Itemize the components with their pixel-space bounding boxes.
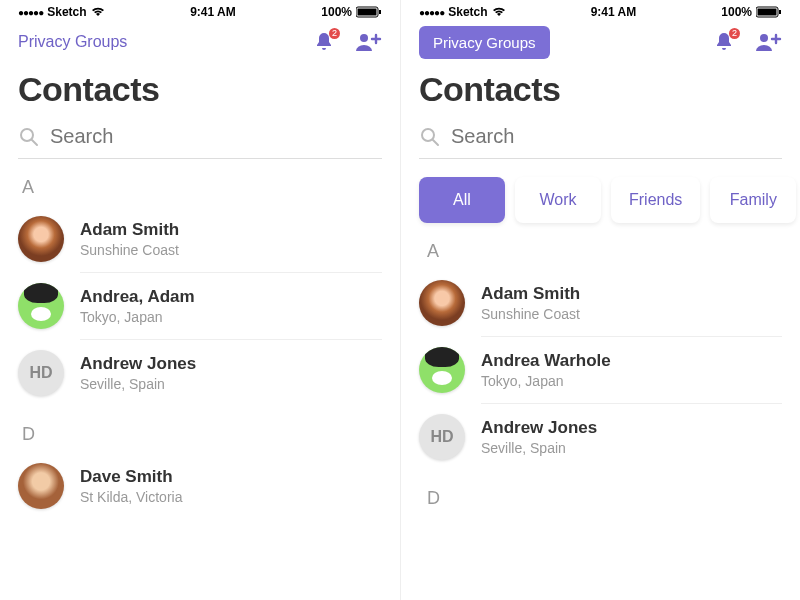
svg-point-10: [422, 129, 434, 141]
status-time: 9:41 AM: [591, 5, 637, 19]
svg-rect-8: [779, 10, 781, 14]
page-title: Contacts: [419, 70, 782, 109]
contact-location: Tokyo, Japan: [481, 373, 611, 389]
contact-location: Seville, Spain: [80, 376, 196, 392]
contact-location: Sunshine Coast: [80, 242, 179, 258]
avatar: [18, 463, 64, 509]
contact-row[interactable]: HDAndrew JonesSeville, Spain: [419, 404, 782, 470]
contact-name: Andrew Jones: [80, 354, 196, 374]
status-time: 9:41 AM: [190, 5, 236, 19]
svg-line-11: [433, 140, 438, 145]
avatar: [419, 280, 465, 326]
contact-location: Sunshine Coast: [481, 306, 580, 322]
contact-row[interactable]: Adam SmithSunshine Coast: [419, 270, 782, 336]
tab-all[interactable]: All: [419, 177, 505, 223]
contact-row[interactable]: Andrea, AdamTokyo, Japan: [18, 273, 382, 339]
search-bar[interactable]: [18, 119, 382, 159]
contact-name: Andrea Warhole: [481, 351, 611, 371]
svg-rect-1: [358, 9, 377, 16]
avatar: [419, 347, 465, 393]
contact-name: Adam Smith: [481, 284, 580, 304]
contact-location: Tokyo, Japan: [80, 309, 195, 325]
signal-dots-icon: ●●●●●: [18, 7, 43, 18]
contact-location: St Kilda, Victoria: [80, 489, 182, 505]
signal-dots-icon: ●●●●●: [419, 7, 444, 18]
contact-row[interactable]: Dave SmithSt Kilda, Victoria: [18, 453, 382, 519]
contact-name: Andrea, Adam: [80, 287, 195, 307]
privacy-groups-button[interactable]: Privacy Groups: [419, 26, 550, 59]
svg-line-5: [32, 140, 37, 145]
tab-work[interactable]: Work: [515, 177, 601, 223]
section-header: D: [22, 424, 382, 445]
contact-list: AAdam SmithSunshine CoastAndrea, AdamTok…: [18, 177, 382, 519]
contact-location: Seville, Spain: [481, 440, 597, 456]
battery-percent: 100%: [721, 5, 752, 19]
contact-list: AAdam SmithSunshine CoastAndrea WarholeT…: [401, 241, 800, 509]
search-bar[interactable]: [419, 119, 782, 159]
carrier-label: Sketch: [47, 5, 86, 19]
status-left: ●●●●● Sketch: [18, 5, 105, 19]
pane-left: ●●●●● Sketch 9:41 AM 100% Privacy Groups…: [0, 0, 400, 600]
contact-name: Dave Smith: [80, 467, 182, 487]
wifi-icon: [91, 7, 105, 17]
avatar: [18, 283, 64, 329]
svg-point-9: [760, 34, 768, 42]
notifications-button[interactable]: 2: [312, 30, 336, 54]
search-icon: [18, 126, 40, 148]
status-right: 100%: [321, 5, 382, 19]
pane-right: ●●●●● Sketch 9:41 AM 100% Privacy Groups…: [400, 0, 800, 600]
notifications-badge: 2: [329, 28, 340, 39]
avatar: [18, 216, 64, 262]
contact-name: Andrew Jones: [481, 418, 597, 438]
status-bar: ●●●●● Sketch 9:41 AM 100%: [18, 0, 382, 20]
battery-icon: [356, 6, 382, 18]
wifi-icon: [492, 7, 506, 17]
section-header: A: [427, 241, 782, 262]
add-person-icon: [354, 31, 382, 53]
tab-family[interactable]: Family: [710, 177, 796, 223]
section-header: A: [22, 177, 382, 198]
search-input[interactable]: [50, 125, 382, 148]
toolbar: Privacy Groups 2: [18, 20, 382, 64]
status-bar: ●●●●● Sketch 9:41 AM 100%: [419, 0, 782, 20]
contact-row[interactable]: Andrea WarholeTokyo, Japan: [419, 337, 782, 403]
battery-percent: 100%: [321, 5, 352, 19]
page-title: Contacts: [18, 70, 382, 109]
add-contact-button[interactable]: [354, 31, 382, 53]
notifications-badge: 2: [729, 28, 740, 39]
add-contact-button[interactable]: [754, 31, 782, 53]
contact-row[interactable]: Adam SmithSunshine Coast: [18, 206, 382, 272]
svg-rect-7: [758, 9, 777, 16]
privacy-groups-link[interactable]: Privacy Groups: [18, 33, 127, 51]
search-icon: [419, 126, 441, 148]
section-header: D: [427, 488, 782, 509]
tab-friends[interactable]: Friends: [611, 177, 700, 223]
status-right: 100%: [721, 5, 782, 19]
status-left: ●●●●● Sketch: [419, 5, 506, 19]
avatar: HD: [419, 414, 465, 460]
carrier-label: Sketch: [448, 5, 487, 19]
group-tabs: AllWorkFriendsFamily: [401, 177, 800, 223]
battery-icon: [756, 6, 782, 18]
toolbar: Privacy Groups 2: [419, 20, 782, 64]
contact-row[interactable]: HDAndrew JonesSeville, Spain: [18, 340, 382, 406]
add-person-icon: [754, 31, 782, 53]
contact-name: Adam Smith: [80, 220, 179, 240]
svg-point-3: [360, 34, 368, 42]
avatar: HD: [18, 350, 64, 396]
svg-rect-2: [379, 10, 381, 14]
svg-point-4: [21, 129, 33, 141]
notifications-button[interactable]: 2: [712, 30, 736, 54]
search-input[interactable]: [451, 125, 782, 148]
